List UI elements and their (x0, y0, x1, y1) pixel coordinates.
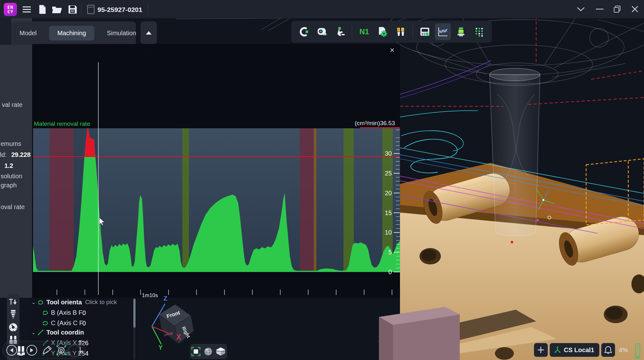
svg-text:15: 15 (385, 209, 392, 216)
document-title: 95-25927-0201 (97, 6, 142, 14)
axis-b-label: B (Axis B F (51, 309, 82, 316)
view-mode-toolbar (190, 344, 227, 359)
progress-percent: 4% (619, 346, 628, 354)
tool-coordinates-header[interactable]: Tool coordin (46, 329, 84, 336)
axis-c-value[interactable]: 0 (82, 320, 86, 327)
toolbar-separator (148, 4, 148, 15)
rotate-axis-icon (37, 299, 44, 305)
notifications-bell-icon[interactable] (601, 343, 615, 357)
material-removal-rate-panel: × Material removal rate (cm³/min)36.53 0… (32, 44, 400, 298)
machining-toolbar: N1 (291, 21, 492, 43)
drill-bit-icon[interactable] (7, 309, 19, 320)
svg-text:20: 20 (385, 190, 392, 197)
svg-text:0: 0 (388, 269, 392, 275)
tools-library-icon[interactable] (392, 23, 409, 40)
transform-gear-icon[interactable] (56, 345, 66, 355)
rotate-axis-icon (42, 320, 48, 326)
sidebar-value-fragment: 1.2 (4, 162, 13, 169)
sidebar-corner (0, 18, 11, 45)
ghost-circle-control[interactable] (69, 345, 80, 357)
new-file-icon[interactable] (37, 4, 48, 15)
hamburger-menu-icon[interactable] (21, 4, 32, 15)
app-logo-text: CY (8, 9, 14, 14)
move-axis-icon (37, 329, 44, 335)
plunge-tool-icon[interactable] (7, 296, 19, 308)
svg-text:10: 10 (385, 229, 392, 236)
tab-simulation[interactable]: Simulation (99, 26, 144, 41)
sidebar-label-fragment: graph (1, 182, 17, 189)
play-backward-button[interactable] (7, 345, 17, 355)
open-folder-icon[interactable] (52, 4, 62, 15)
axis-z-cube-label: Z (164, 295, 167, 302)
tab-machining[interactable]: Machining (49, 26, 94, 41)
panel-scrollbar[interactable] (133, 298, 136, 360)
axis-c-label: C (Axis C F (51, 319, 83, 327)
cs-name-label: CS Local1 (564, 346, 594, 354)
titlebar: EN CY 95-25927-0201 (0, 0, 644, 18)
add-coordinate-system-button[interactable] (534, 343, 548, 357)
caliper-icon[interactable] (332, 23, 348, 40)
coordinate-system-icon (554, 346, 561, 354)
chevron-down-icon[interactable]: ⌄ (31, 299, 36, 305)
toolbar-separator (81, 4, 81, 15)
playback-bar (3, 341, 86, 359)
svg-text:30: 30 (385, 150, 392, 157)
mode-tabbar: Model Machining Simulation (11, 21, 136, 45)
postprocess-settings-icon[interactable] (374, 23, 391, 40)
window-restore-icon[interactable] (611, 3, 623, 15)
threshold-value: 29.228 (11, 151, 31, 158)
fit-view-icon[interactable] (191, 347, 201, 356)
coordinate-system-selector[interactable]: CS Local1 (550, 343, 599, 357)
toolbar-separator (413, 25, 413, 38)
bore-hole (495, 347, 514, 360)
sidebar-label-fragment: solution (1, 173, 22, 180)
save-icon[interactable] (67, 4, 78, 15)
tool-orientation-header[interactable]: Tool orienta (46, 299, 82, 306)
measure-tape-icon[interactable] (314, 23, 330, 40)
axis-x-cube-label: X (176, 333, 181, 341)
svg-text:5: 5 (388, 249, 392, 256)
window-close-icon[interactable] (629, 3, 641, 15)
sidebar-label-fragment: emums (1, 140, 21, 147)
view-cube[interactable]: Front Right uuuuuu Z Y X (145, 292, 198, 351)
chevron-up-icon (146, 31, 152, 35)
document-icon (86, 4, 96, 15)
click-to-pick-hint[interactable]: Click to pick (85, 299, 117, 306)
axis-y-cube-label: Y (158, 344, 163, 351)
nc-program-icon[interactable]: N1 (356, 23, 372, 40)
graphs-icon[interactable] (435, 23, 451, 40)
magnet-snap-icon[interactable] (296, 23, 312, 40)
rotate-axis-icon (42, 310, 48, 315)
window-collapse-icon[interactable] (575, 3, 587, 15)
axis-b-value[interactable]: 0 (82, 309, 86, 317)
control-panel-icon[interactable] (417, 23, 433, 40)
sidebar-label-fragment: ld: (0, 151, 7, 158)
tool-holder-icon[interactable] (453, 23, 469, 40)
tab-model[interactable]: Model (11, 26, 45, 41)
app-logo-text: EN (8, 5, 14, 9)
sidebar-label-fragment: oval rate (1, 203, 25, 211)
svg-text:25: 25 (385, 170, 392, 177)
tool-ghost-cylinder (490, 68, 540, 236)
chevron-down-icon[interactable]: ⌄ (31, 330, 36, 335)
play-forward-button[interactable] (27, 345, 37, 355)
clamp-icon[interactable] (17, 346, 25, 356)
collapse-panel-button[interactable] (141, 21, 157, 44)
probe-grid-icon[interactable] (471, 23, 487, 40)
edit-pencil-icon[interactable] (43, 346, 51, 354)
toolbar-separator (352, 25, 352, 38)
gauge-icon[interactable] (7, 322, 19, 333)
app-logo[interactable]: EN CY (4, 3, 17, 16)
window-minimize-icon[interactable] (594, 3, 606, 15)
shaded-sphere-icon[interactable] (203, 347, 213, 356)
sidebar-label-fragment: val rate (2, 101, 23, 108)
iso-box-icon[interactable] (216, 347, 226, 356)
capacity-indicator (635, 343, 640, 358)
mrr-chart[interactable]: 0510152025301m10s (32, 44, 400, 298)
